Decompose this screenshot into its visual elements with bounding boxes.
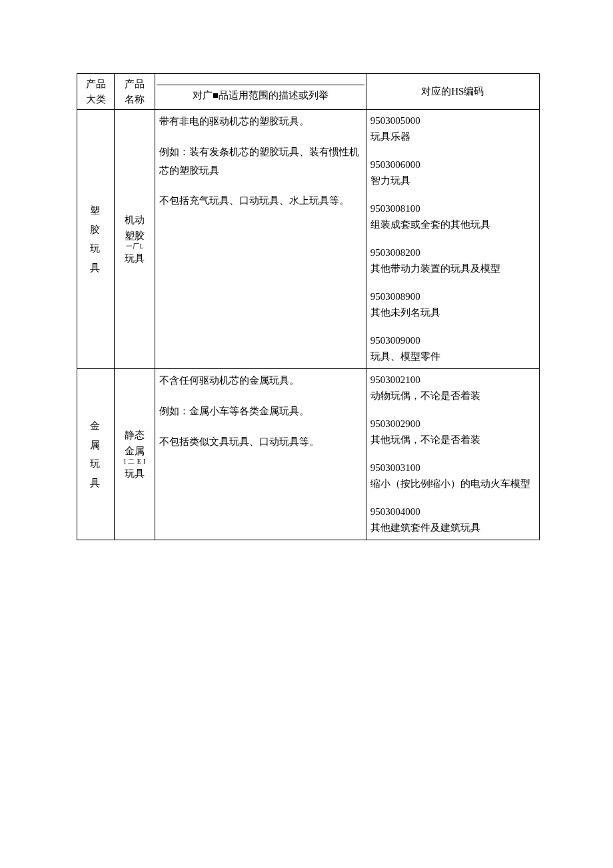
hs-label: 其他玩偶，不论是否着装 [370,432,535,448]
table-row: 金 属 玩 具 静态 金属 I 二 E I 玩具 不含任何驱动机芯的金属玩具。 … [77,369,540,540]
category-cell: 塑 胶 玩 具 [77,110,115,369]
hs-label: 玩具、模型零件 [370,348,535,364]
table-header-row: 产品 大类 产品 名称 对广■品适用范围的描述或列举 对应的HS编码 [77,74,540,110]
hs-item: 9503003100 缩小（按比例缩小）的电动火车模型 [370,460,535,492]
name-line1: 静态 [115,427,155,443]
hs-code: 9503008200 [370,244,535,260]
product-table: 产品 大类 产品 名称 对广■品适用范围的描述或列举 对应的HS编码 塑 胶 玩… [77,73,540,540]
name-tiny: 一厂L [115,244,155,250]
hs-item: 9503002100 动物玩偶，不论是否着装 [370,372,535,404]
name-cell: 机动 塑胶 一厂L 玩具 [115,110,155,369]
hs-code: 9503004000 [370,504,535,520]
desc-para: 不包括充气玩具、口动玩具、水上玩具等。 [159,192,361,211]
hs-item: 9503006000 智力玩具 [370,157,535,189]
name-line2: 金属 [115,443,155,459]
category-text: 塑 胶 玩 具 [90,201,101,277]
table-row: 塑 胶 玩 具 机动 塑胶 一厂L 玩具 带有非电的驱动机芯的塑胶玩具。 例如：… [77,110,540,369]
desc-para: 不含任何驱动机芯的金属玩具。 [159,372,361,390]
header-desc: 对广■品适用范围的描述或列举 [155,74,366,110]
hs-label: 其他未列名玩具 [370,304,535,320]
hs-item: 9503008100 组装成套或全套的其他玩具 [370,201,535,232]
hs-label: 动物玩偶，不论是否着装 [370,388,535,404]
hs-code: 9503008900 [370,288,535,304]
name-line3: 玩具 [115,466,155,482]
desc-cell: 带有非电的驱动机芯的塑胶玩具。 例如：装有发条机芯的塑胶玩具、装有惯性机芯的塑胶… [155,110,366,369]
hs-label: 其他带动力装置的玩具及模型 [370,260,535,276]
hs-code: 9503002900 [370,416,535,432]
hs-code: 9503003100 [370,460,535,476]
desc-para: 带有非电的驱动机芯的塑胶玩具。 [159,113,361,131]
hs-label: 智力玩具 [370,173,535,189]
hs-label: 玩具乐器 [370,129,535,145]
hs-item: 9503004000 其他建筑套件及建筑玩具 [370,504,535,536]
hs-label: 其他建筑套件及建筑玩具 [370,520,535,536]
header-desc-text: 对广■品适用范围的描述或列举 [157,85,364,106]
header-hs: 对应的HS编码 [366,74,539,110]
hs-code: 9503005000 [370,113,535,129]
hs-code: 9503009000 [370,332,535,348]
header-desc-blank [157,78,364,85]
name-line3: 玩具 [115,250,155,266]
hs-item: 9503002900 其他玩偶，不论是否着装 [370,416,535,448]
hs-code: 9503006000 [370,157,535,173]
name-line1: 机动 [115,212,155,228]
header-name-text: 产品 名称 [125,79,145,105]
name-tiny: I 二 E I [115,459,155,466]
category-cell: 金 属 玩 具 [77,369,115,540]
category-text: 金 属 玩 具 [90,416,101,492]
hs-code: 9503002100 [370,372,535,388]
header-hs-text: 对应的HS编码 [421,86,484,97]
desc-para: 例如：装有发条机芯的塑胶玩具、装有惯性机芯的塑胶玩具 [159,143,361,181]
name-line2: 塑胶 [115,228,155,244]
hs-cell: 9503005000 玩具乐器 9503006000 智力玩具 95030081… [366,110,539,369]
hs-item: 9503005000 玩具乐器 [370,113,535,145]
name-cell: 静态 金属 I 二 E I 玩具 [115,369,155,540]
hs-label: 缩小（按比例缩小）的电动火车模型 [370,476,535,492]
hs-item: 9503008900 其他未列名玩具 [370,288,535,320]
hs-item: 9503009000 玩具、模型零件 [370,332,535,364]
header-category: 产品 大类 [77,74,115,110]
hs-item: 9503008200 其他带动力装置的玩具及模型 [370,244,535,276]
desc-para: 不包括类似文具玩具、口动玩具等。 [159,433,361,452]
hs-code: 9503008100 [370,201,535,217]
header-name: 产品 名称 [115,74,155,110]
header-category-text: 产品 大类 [86,79,106,105]
hs-label: 组装成套或全套的其他玩具 [370,217,535,232]
hs-cell: 9503002100 动物玩偶，不论是否着装 9503002900 其他玩偶，不… [366,369,539,540]
desc-cell: 不含任何驱动机芯的金属玩具。 例如：金属小车等各类金属玩具。 不包括类似文具玩具… [155,369,366,540]
desc-para: 例如：金属小车等各类金属玩具。 [159,402,361,421]
